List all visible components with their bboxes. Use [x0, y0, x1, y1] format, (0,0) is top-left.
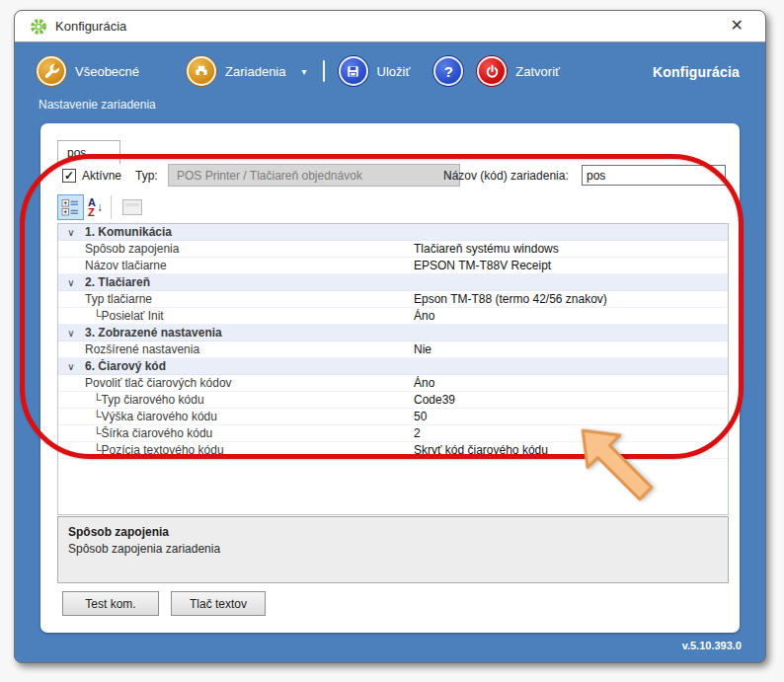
power-icon	[477, 56, 507, 86]
main-toolbar: Všeobecné Zariadenia ▾	[37, 56, 560, 86]
device-name-input[interactable]	[582, 165, 726, 186]
property-value[interactable]: Nie	[412, 342, 728, 356]
property-grid: ∨ 1. Komunikácia Spôsob zapojenia Tlačia…	[57, 223, 729, 515]
chevron-down-icon[interactable]: ∨	[58, 361, 84, 372]
grid-property-row[interactable]: Povoliť tlač čiarových kódov Áno	[58, 375, 728, 392]
app-window: Konfigurácia ✕ Všeobecné	[14, 10, 766, 663]
title-bar: Konfigurácia ✕	[15, 11, 765, 42]
property-name: └Posielať Init	[84, 309, 412, 323]
alphabetical-sort-button[interactable]: A Z ↓	[88, 197, 103, 217]
sort-arrow-icon: ↓	[97, 200, 103, 214]
screenshot-stage: Konfigurácia ✕ Všeobecné	[0, 0, 784, 682]
wrench-icon	[37, 56, 66, 86]
active-checkbox[interactable]: ✓	[62, 169, 76, 183]
category-label: 3. Zobrazené nastavenia	[84, 326, 412, 340]
grid-category-row[interactable]: ∨ 6. Čiarový kód	[58, 358, 728, 375]
property-value[interactable]: EPSON TM-T88V Receipt	[412, 259, 728, 272]
property-pages-button[interactable]	[119, 194, 146, 220]
grid-subproperty-row[interactable]: └Šírka čiarového kódu 2	[58, 425, 728, 442]
devices-button[interactable]: Zariadenia	[187, 56, 285, 86]
gear-icon	[30, 18, 47, 36]
categorized-icon	[61, 198, 80, 217]
devices-button-label: Zariadenia	[225, 64, 285, 79]
property-value[interactable]: Áno	[412, 376, 728, 390]
chevron-down-icon[interactable]: ∨	[58, 227, 84, 238]
device-form-row: ✓ Aktívne Typ: POS Printer / Tlačiareň o…	[40, 164, 740, 188]
device-icon	[187, 56, 216, 86]
category-label: 1. Komunikácia	[84, 225, 412, 239]
grid-toolbar-separator	[111, 195, 112, 219]
close-app-button-label: Zatvoriť	[515, 64, 560, 79]
categorized-view-button[interactable]	[57, 194, 84, 220]
brand-title: Konfigurácia	[653, 64, 740, 80]
property-name: └Šírka čiarového kódu	[84, 426, 412, 440]
help-icon: ?	[433, 56, 463, 86]
close-icon[interactable]: ✕	[731, 16, 744, 35]
active-label: Aktívne	[82, 169, 121, 183]
grid-property-row[interactable]: Názov tlačiarne EPSON TM-T88V Receipt	[58, 258, 728, 274]
save-button[interactable]: Uložiť	[339, 56, 411, 86]
type-label: Typ:	[135, 169, 158, 183]
description-title: Spôsob zapojenia	[68, 525, 718, 539]
test-com-button[interactable]: Test kom.	[62, 591, 159, 616]
grid-property-row[interactable]: Spôsob zapojenia Tlačiareň systému windo…	[58, 241, 728, 258]
property-value[interactable]: Skryť kód čiarového kódu	[412, 443, 728, 457]
grid-property-row[interactable]: Rozšírené nastavenia Nie	[58, 341, 728, 358]
version-label: v.5.10.393.0	[682, 640, 742, 651]
type-select[interactable]: POS Printer / Tlačiareň objednávok ∨	[168, 164, 460, 187]
property-name: Rozšírené nastavenia	[84, 342, 412, 356]
close-app-button[interactable]: Zatvoriť	[477, 56, 560, 86]
grid-property-row[interactable]: Typ tlačiarne Epson TM-T88 (termo 42/56 …	[58, 291, 728, 308]
devices-dropdown-icon[interactable]: ▾	[302, 66, 307, 77]
chevron-down-icon[interactable]: ∨	[58, 277, 84, 288]
property-value[interactable]: Tlačiareň systému windows	[412, 242, 728, 256]
grid-subproperty-row[interactable]: └Výška čiarového kódu 50	[58, 409, 728, 425]
content-card: pos ✓ Aktívne Typ: POS Printer / Tlačiar…	[40, 123, 740, 633]
help-question-glyph: ?	[444, 63, 453, 80]
category-label: 2. Tlačiareň	[84, 275, 412, 289]
general-button[interactable]: Všeobecné	[37, 56, 139, 86]
property-name: └Výška čiarového kódu	[84, 410, 412, 423]
property-name: Spôsob zapojenia	[84, 242, 412, 256]
tab-pos[interactable]: pos	[57, 140, 120, 164]
grid-subproperty-row[interactable]: └Posielať Init Áno	[58, 308, 728, 325]
sort-az-icon: A Z	[88, 197, 96, 217]
description-panel: Spôsob zapojenia Spôsob zapojenia zariad…	[57, 516, 729, 583]
help-button[interactable]: ?	[433, 56, 463, 86]
grid-subproperty-row[interactable]: └Pozícia textového kódu Skryť kód čiarov…	[58, 442, 728, 459]
save-floppy-icon	[339, 56, 368, 86]
property-name: Povoliť tlač čiarových kódov	[84, 376, 412, 390]
chevron-down-icon[interactable]: ∨	[58, 328, 84, 339]
property-value[interactable]: Epson TM-T88 (termo 42/56 znakov)	[412, 292, 728, 306]
property-name: Typ tlačiarne	[84, 292, 412, 306]
save-button-label: Uložiť	[377, 64, 411, 79]
window-title: Konfigurácia	[55, 19, 126, 34]
grid-subproperty-row[interactable]: └Typ čiarového kódu Code39	[58, 392, 728, 409]
toolbar-separator	[323, 60, 325, 82]
general-button-label: Všeobecné	[75, 64, 139, 79]
device-name-label: Názov (kód) zariadenia:	[443, 169, 569, 183]
description-text: Spôsob zapojenia zariadenia	[68, 542, 718, 556]
category-label: 6. Čiarový kód	[84, 359, 412, 373]
grid-category-row[interactable]: ∨ 2. Tlačiareň	[58, 274, 728, 291]
property-value[interactable]: 2	[412, 426, 728, 440]
grid-category-row[interactable]: ∨ 3. Zobrazené nastavenia	[58, 325, 728, 341]
property-pages-icon	[122, 199, 142, 215]
toolbar-subtitle: Nastavenie zariadenia	[39, 98, 156, 112]
grid-category-row[interactable]: ∨ 1. Komunikácia	[58, 224, 728, 241]
property-value[interactable]: Áno	[412, 309, 728, 323]
property-name: Názov tlačiarne	[84, 259, 412, 272]
property-value[interactable]: 50	[412, 410, 728, 423]
print-texts-button[interactable]: Tlač textov	[171, 591, 266, 616]
type-select-value: POS Printer / Tlačiareň objednávok	[177, 169, 362, 183]
property-name: └Typ čiarového kódu	[84, 393, 412, 407]
propertygrid-toolbar: A Z ↓	[57, 192, 729, 222]
property-name: └Pozícia textového kódu	[84, 443, 412, 457]
property-value[interactable]: Code39	[412, 393, 728, 407]
